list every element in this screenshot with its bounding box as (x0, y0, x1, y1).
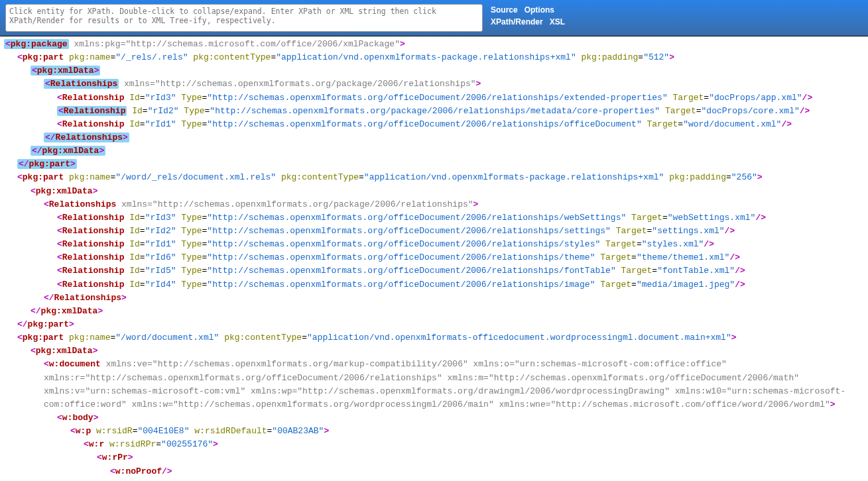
header-toolbar: Source Options XPath/Render XSL (0, 0, 868, 36)
options-link[interactable]: Options (525, 5, 554, 15)
xpath-render-link[interactable]: XPath/Render (491, 17, 543, 27)
xml-tree[interactable]: <pkg:package xmlns:pkg="http://schemas.m… (0, 36, 868, 481)
xpath-input[interactable] (5, 4, 483, 32)
xsl-link[interactable]: XSL (550, 17, 565, 27)
header-links: Source Options XPath/Render XSL (491, 4, 565, 27)
source-link[interactable]: Source (491, 5, 518, 15)
